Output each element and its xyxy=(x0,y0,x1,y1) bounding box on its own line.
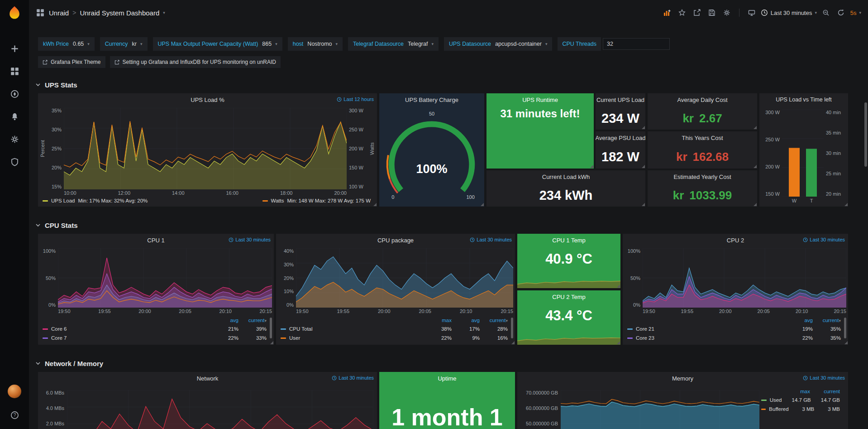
sidebar-configuration-button[interactable] xyxy=(5,131,24,147)
panel-title[interactable]: UPS Battery Charge xyxy=(405,96,458,103)
legend-item[interactable]: Watts Min: 148 W Max: 278 W Avg: 175 W xyxy=(262,198,371,203)
legend-column-header[interactable]: current xyxy=(810,389,840,394)
panel-resize-handle[interactable] xyxy=(642,165,645,168)
panel-title[interactable]: CPU package xyxy=(377,237,414,244)
cpu-threads-input[interactable] xyxy=(603,38,670,50)
cycle-view-mode-button[interactable] xyxy=(746,6,758,19)
panel-resize-handle[interactable] xyxy=(270,341,273,344)
panel-time-badge[interactable]: Last 30 minutes xyxy=(803,375,845,381)
add-panel-button[interactable] xyxy=(661,6,673,19)
panel-resize-handle[interactable] xyxy=(754,203,757,206)
cpu-package-chart[interactable] xyxy=(296,248,513,308)
legend-scrollbar[interactable] xyxy=(270,318,272,338)
row-header-network-memory[interactable]: Network / Memory xyxy=(35,357,848,369)
panel-time-badge[interactable]: Last 30 minutes xyxy=(470,237,512,242)
panel-resize-handle[interactable] xyxy=(590,165,593,168)
panel-title[interactable]: UPS Runtime xyxy=(522,96,558,103)
sidebar-dashboards-button[interactable] xyxy=(5,63,24,79)
panel-time-badge[interactable]: Last 30 minutes xyxy=(229,237,271,242)
network-chart[interactable] xyxy=(67,390,373,429)
page-scrollbar[interactable] xyxy=(864,102,867,167)
legend-item[interactable]: UPS Load Min: 17% Max: 32% Avg: 20% xyxy=(43,198,148,203)
panel-title[interactable]: CPU 1 Temp xyxy=(552,237,585,244)
variable-ups-max-output[interactable]: UPS Max Output Power Capacity (Watt) 865… xyxy=(153,37,282,51)
panel-title[interactable]: UPS Load vs Time left xyxy=(776,96,832,103)
panel-title[interactable]: UPS Load % xyxy=(191,96,224,103)
legend-column-header[interactable]: current▾ xyxy=(238,318,267,323)
legend-row[interactable]: Core 21 19% 35% xyxy=(627,324,841,333)
legend-row[interactable]: Buffered 3 MB 3 MB xyxy=(761,405,840,414)
time-range-picker[interactable]: Last 30 minutes ▾ xyxy=(761,6,817,19)
dashboard-link-grafana-plex-theme[interactable]: Grafana Plex Theme xyxy=(38,56,105,68)
sidebar-explore-button[interactable] xyxy=(5,86,24,101)
legend-column-header[interactable]: current▾ xyxy=(813,318,841,323)
refresh-interval-picker[interactable]: 5s ▾ xyxy=(850,6,862,19)
refresh-button[interactable] xyxy=(835,6,847,19)
dashboard-title[interactable]: Unraid System Dashboard xyxy=(80,9,159,17)
variable-currency[interactable]: Currency kr ▾ xyxy=(100,37,148,51)
panel-time-badge[interactable]: Last 30 minutes xyxy=(332,375,374,381)
panel-resize-handle[interactable] xyxy=(844,341,848,344)
panel-title[interactable]: CPU 1 xyxy=(147,237,164,244)
legend-row[interactable]: User 22% 9% 16% xyxy=(281,333,508,342)
panel-title[interactable]: Uptime xyxy=(438,375,456,382)
sidebar-help-button[interactable]: ? xyxy=(5,407,24,423)
user-avatar[interactable] xyxy=(8,385,21,398)
legend-column-header[interactable]: avg xyxy=(785,318,813,323)
grafana-logo[interactable] xyxy=(6,5,23,22)
legend-row[interactable]: Core 7 22% 33% xyxy=(43,333,267,342)
row-header-ups-stats[interactable]: UPS Stats xyxy=(35,79,848,91)
variable-host[interactable]: host Nostromo ▾ xyxy=(288,37,343,51)
dashboard-settings-button[interactable] xyxy=(721,6,733,19)
legend-column-header[interactable]: current▾ xyxy=(480,318,508,323)
legend-row[interactable]: Core 23 22% 35% xyxy=(627,333,841,342)
sidebar-server-admin-button[interactable] xyxy=(5,154,24,169)
panel-resize-handle[interactable] xyxy=(642,126,645,129)
save-dashboard-button[interactable] xyxy=(706,6,718,19)
panel-time-badge[interactable]: Last 12 hours xyxy=(337,96,374,102)
legend-column-header[interactable]: max xyxy=(424,318,452,323)
legend-column-header[interactable]: avg xyxy=(210,318,238,323)
panel-title[interactable]: CPU 2 Temp xyxy=(552,294,585,300)
legend-row[interactable]: Core 6 21% 39% xyxy=(43,324,267,333)
panel-title[interactable]: Average PSU Load xyxy=(596,135,645,141)
variable-kwh-price[interactable]: kWh Price 0.65 ▾ xyxy=(38,37,95,51)
legend-scrollbar[interactable] xyxy=(844,318,846,338)
cpu1-chart[interactable] xyxy=(58,248,272,308)
panel-title[interactable]: Current Load kWh xyxy=(542,174,590,180)
panel-title[interactable]: Estimated Yearly Cost xyxy=(673,174,731,180)
row-header-cpu-stats[interactable]: CPU Stats xyxy=(35,219,848,231)
panel-resize-handle[interactable] xyxy=(373,203,377,206)
panel-resize-handle[interactable] xyxy=(754,165,757,168)
sidebar-alerting-button[interactable] xyxy=(5,109,24,124)
panel-title[interactable]: CPU 2 xyxy=(727,237,744,244)
memory-chart[interactable] xyxy=(561,390,759,429)
legend-row[interactable]: Used 14.7 GB 14.7 GB xyxy=(761,395,840,405)
panel-resize-handle[interactable] xyxy=(844,203,848,206)
panel-time-badge[interactable]: Last 30 minutes xyxy=(803,237,845,242)
share-button[interactable] xyxy=(691,6,703,19)
dashboard-link-ups-monitoring-article[interactable]: Setting up Grafana and InfluxDB for UPS … xyxy=(110,56,281,68)
cpu2-chart[interactable] xyxy=(643,248,846,308)
legend-column-header[interactable]: max xyxy=(780,389,810,394)
panel-title[interactable]: This Years Cost xyxy=(682,135,723,141)
panel-title[interactable]: Average Daily Cost xyxy=(677,96,727,103)
panel-resize-handle[interactable] xyxy=(642,203,645,206)
variable-ups-datasource[interactable]: UPS Datasource apcupsd-container ▾ xyxy=(444,37,553,51)
panel-resize-handle[interactable] xyxy=(481,203,484,206)
sidebar-create-button[interactable] xyxy=(5,41,24,56)
chevron-down-icon[interactable]: ▾ xyxy=(163,11,165,15)
legend-column-header[interactable]: avg xyxy=(452,318,480,323)
panel-title[interactable]: Current UPS Load xyxy=(596,96,644,103)
panel-resize-handle[interactable] xyxy=(617,284,620,288)
legend-scrollbar[interactable] xyxy=(511,318,513,338)
panel-title[interactable]: Network xyxy=(197,375,219,382)
ups-bars-chart[interactable] xyxy=(782,110,824,197)
variable-telegraf-datasource[interactable]: Telegraf Datasource Telegraf ▾ xyxy=(348,37,439,51)
star-button[interactable] xyxy=(676,6,688,19)
panel-resize-handle[interactable] xyxy=(754,126,757,129)
panel-resize-handle[interactable] xyxy=(617,341,620,344)
breadcrumb-app[interactable]: Unraid xyxy=(49,9,69,17)
zoom-out-time-button[interactable] xyxy=(820,6,832,19)
panel-resize-handle[interactable] xyxy=(511,341,515,344)
